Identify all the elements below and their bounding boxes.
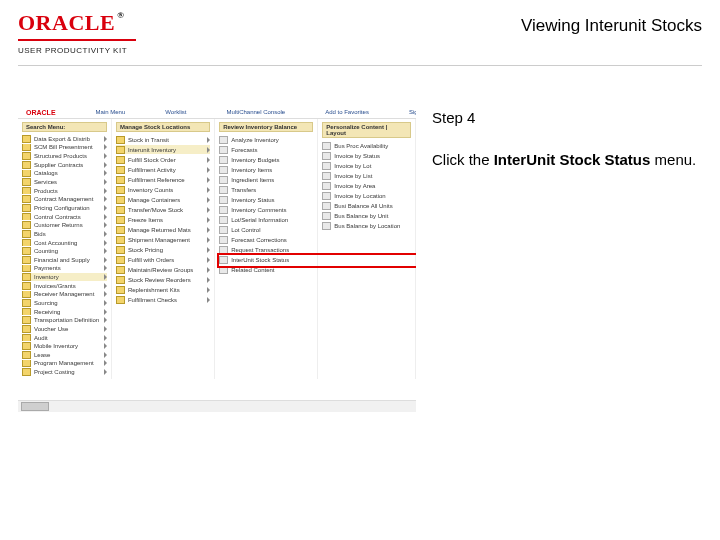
menu-item[interactable]: Bus Balance by Unit bbox=[322, 211, 411, 220]
menu-column-header: Review Inventory Balance bbox=[219, 122, 313, 132]
menu-item[interactable]: Invoice by Lot bbox=[322, 161, 411, 170]
menu-item[interactable]: Inventory Budgets bbox=[219, 155, 313, 164]
menu-item-label: Stock Review Reorders bbox=[128, 277, 191, 283]
menu-item[interactable]: SCM Bill Presentment bbox=[22, 144, 107, 152]
menu-item[interactable]: Cost Accounting bbox=[22, 239, 107, 247]
menu-item-label: Forecast Corrections bbox=[231, 237, 287, 243]
folder-icon bbox=[22, 152, 31, 160]
menu-item[interactable]: Fulfillment Checks bbox=[116, 295, 210, 304]
menu-item[interactable]: Replenishment Kits bbox=[116, 285, 210, 294]
menu-item[interactable]: Pricing Configuration bbox=[22, 204, 107, 212]
menu-item[interactable]: Payments bbox=[22, 265, 107, 273]
horizontal-scrollbar[interactable] bbox=[18, 400, 416, 412]
toolbar-item[interactable]: MultiChannel Console bbox=[226, 109, 285, 115]
folder-icon bbox=[116, 216, 125, 224]
menu-item[interactable]: Invoice by Location bbox=[322, 191, 411, 200]
menu-item[interactable]: Stock Review Reorders bbox=[116, 275, 210, 284]
menu-item[interactable]: Financial and Supply bbox=[22, 256, 107, 264]
menu-item[interactable]: Manage Returned Mats bbox=[116, 225, 210, 234]
menu-item[interactable]: Interunit Inventory bbox=[116, 145, 210, 154]
menu-item[interactable]: Receiver Management bbox=[22, 291, 107, 299]
submenu-arrow-icon bbox=[104, 343, 107, 349]
menu-item[interactable]: Inventory Items bbox=[219, 165, 313, 174]
menu-item-label: Bids bbox=[34, 231, 46, 237]
menu-item[interactable]: Supplier Contracts bbox=[22, 161, 107, 169]
page-icon bbox=[322, 202, 331, 210]
menu-item[interactable]: Program Management bbox=[22, 360, 107, 368]
menu-item[interactable]: Sourcing bbox=[22, 299, 107, 307]
menu-item-label: Fulfillment Reference bbox=[128, 177, 185, 183]
menu-item[interactable]: Inventory Comments bbox=[219, 205, 313, 214]
menu-item[interactable]: Manage Containers bbox=[116, 195, 210, 204]
toolbar-item[interactable]: Main Menu bbox=[96, 109, 126, 115]
menu-item[interactable]: Analyze Inventory bbox=[219, 135, 313, 144]
toolbar-item[interactable]: Sign out bbox=[409, 109, 416, 115]
menu-item[interactable]: Freeze Items bbox=[116, 215, 210, 224]
folder-icon bbox=[116, 146, 125, 154]
menu-item[interactable]: Transportation Definition bbox=[22, 316, 107, 324]
submenu-arrow-icon bbox=[104, 300, 107, 306]
submenu-arrow-icon bbox=[207, 257, 210, 263]
menu-item-label: Receiving bbox=[34, 309, 60, 315]
submenu-arrow-icon bbox=[104, 369, 107, 375]
menu-item[interactable]: Invoice by List bbox=[322, 171, 411, 180]
menu-item[interactable]: Customer Returns bbox=[22, 221, 107, 229]
menu-item[interactable]: Structured Products bbox=[22, 152, 107, 160]
menu-item[interactable]: Counting bbox=[22, 247, 107, 255]
menu-item-label: Manage Returned Mats bbox=[128, 227, 191, 233]
menu-item[interactable]: Lot Control bbox=[219, 225, 313, 234]
menu-item[interactable]: Receiving bbox=[22, 308, 107, 316]
menu-item[interactable]: Inventory Status bbox=[219, 195, 313, 204]
menu-item[interactable]: Ingredient Items bbox=[219, 175, 313, 184]
menu-item-label: Inventory Items bbox=[231, 167, 272, 173]
menu-item[interactable]: Stock Pricing bbox=[116, 245, 210, 254]
menu-item[interactable]: Forecasts bbox=[219, 145, 313, 154]
menu-item[interactable]: Project Costing bbox=[22, 368, 107, 376]
menu-item[interactable]: Stock in Transit bbox=[116, 135, 210, 144]
menu-item[interactable]: Services bbox=[22, 178, 107, 186]
menu-item[interactable]: Bids bbox=[22, 230, 107, 238]
folder-icon bbox=[116, 186, 125, 194]
menu-item[interactable]: Shipment Management bbox=[116, 235, 210, 244]
menu-item[interactable]: Transfer/Move Stock bbox=[116, 205, 210, 214]
menu-item[interactable]: Fulfillment Activity bbox=[116, 165, 210, 174]
menu-item[interactable]: Audit bbox=[22, 334, 107, 342]
menu-item[interactable]: Lot/Serial Information bbox=[219, 215, 313, 224]
page-icon bbox=[219, 156, 228, 164]
folder-icon bbox=[22, 342, 31, 350]
menu-item[interactable]: Data Export & Distrib bbox=[22, 135, 107, 143]
page-icon bbox=[322, 162, 331, 170]
menu-item[interactable]: Invoice by Status bbox=[322, 151, 411, 160]
menu-item[interactable]: Products bbox=[22, 187, 107, 195]
menu-item-label: Invoices/Grants bbox=[34, 283, 76, 289]
menu-item[interactable]: Bus Balance by Location bbox=[322, 221, 411, 230]
menu-item[interactable]: Inventory bbox=[22, 273, 107, 281]
menu-item[interactable]: Contract Management bbox=[22, 195, 107, 203]
menu-item[interactable]: Inventory Counts bbox=[116, 185, 210, 194]
menu-item[interactable]: Lease bbox=[22, 351, 107, 359]
menu-item[interactable]: Bus Proc Availability bbox=[322, 141, 411, 150]
menu-item[interactable]: Invoice by Area bbox=[322, 181, 411, 190]
menu-item[interactable]: Busi Balance All Units bbox=[322, 201, 411, 210]
menu-item[interactable]: InterUnit Stock Status bbox=[219, 255, 313, 264]
scrollbar-thumb[interactable] bbox=[21, 402, 49, 411]
menu-item[interactable]: Fulfill with Orders bbox=[116, 255, 210, 264]
menu-item[interactable]: Request Transactions bbox=[219, 245, 313, 254]
folder-icon bbox=[22, 291, 31, 299]
menu-item[interactable]: Invoices/Grants bbox=[22, 282, 107, 290]
submenu-arrow-icon bbox=[104, 326, 107, 332]
toolbar-item[interactable]: Add to Favorites bbox=[325, 109, 369, 115]
submenu-arrow-icon bbox=[104, 335, 107, 341]
menu-item[interactable]: Related Content bbox=[219, 265, 313, 274]
menu-item[interactable]: Maintain/Review Groups bbox=[116, 265, 210, 274]
menu-item[interactable]: Mobile Inventory bbox=[22, 342, 107, 350]
menu-item[interactable]: Catalogs bbox=[22, 170, 107, 178]
menu-item[interactable]: Forecast Corrections bbox=[219, 235, 313, 244]
menu-item[interactable]: Fulfill Stock Order bbox=[116, 155, 210, 164]
menu-item[interactable]: Transfers bbox=[219, 185, 313, 194]
menu-item[interactable]: Voucher Use bbox=[22, 325, 107, 333]
menu-item[interactable]: Control Contracts bbox=[22, 213, 107, 221]
toolbar-item[interactable]: Worklist bbox=[165, 109, 186, 115]
menu-item[interactable]: Fulfillment Reference bbox=[116, 175, 210, 184]
menu-item-label: Pricing Configuration bbox=[34, 205, 90, 211]
